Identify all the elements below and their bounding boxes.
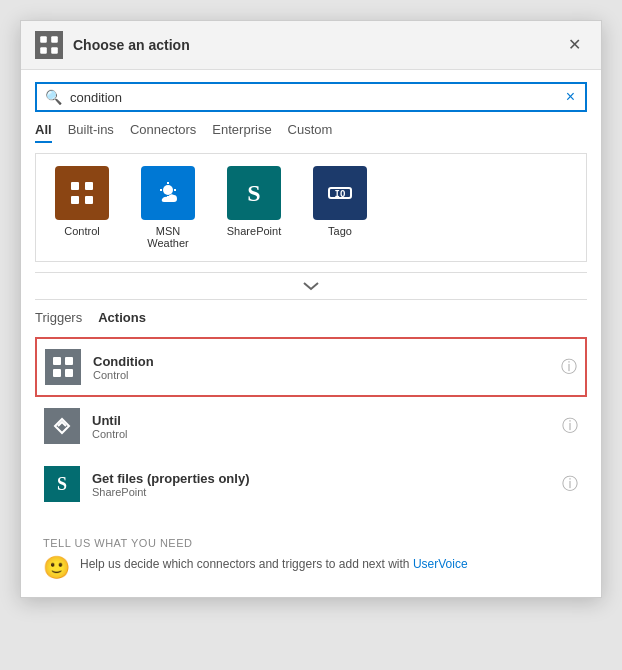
condition-action-name: Condition [93, 354, 549, 369]
svg-rect-1 [51, 36, 58, 43]
connectors-section: Control MSN Weather [35, 153, 587, 262]
choose-action-dialog: Choose an action ✕ 🔍 × All Built-ins Con… [20, 20, 602, 598]
condition-action-source: Control [93, 369, 549, 381]
actions-section: Triggers Actions Con [35, 310, 587, 513]
sharepoint-label: SharePoint [227, 225, 281, 237]
dialog-title: Choose an action [73, 37, 190, 53]
workflow-icon [35, 31, 63, 59]
uservoice-link[interactable]: UserVoice [413, 557, 468, 571]
svg-point-8 [163, 185, 173, 195]
smiley-icon: 🙂 [43, 557, 70, 579]
svg-rect-0 [40, 36, 47, 43]
dialog-header-left: Choose an action [35, 31, 190, 59]
filter-tabs: All Built-ins Connectors Enterprise Cust… [35, 122, 587, 143]
tell-us-section: TELL US WHAT YOU NEED 🙂 Help us decide w… [35, 523, 587, 585]
dialog-body: 🔍 × All Built-ins Connectors Enterprise … [21, 70, 601, 597]
tab-builtins[interactable]: Built-ins [68, 122, 114, 143]
action-item-get-files[interactable]: S Get files (properties only) SharePoint… [35, 455, 587, 513]
svg-rect-3 [51, 47, 58, 54]
get-files-action-name: Get files (properties only) [92, 471, 550, 486]
svg-rect-4 [71, 182, 79, 190]
tab-custom[interactable]: Custom [288, 122, 333, 143]
until-action-icon [44, 408, 80, 444]
tell-us-text: Help us decide which connectors and trig… [80, 557, 468, 571]
action-item-until[interactable]: Until Control ⓘ [35, 397, 587, 455]
svg-rect-15 [53, 357, 61, 365]
condition-action-icon [45, 349, 81, 385]
tell-us-title: TELL US WHAT YOU NEED [43, 537, 579, 549]
connector-control[interactable]: Control [48, 166, 116, 249]
control-icon [55, 166, 109, 220]
tab-connectors[interactable]: Connectors [130, 122, 196, 143]
connector-sharepoint[interactable]: S SharePoint [220, 166, 288, 249]
connector-tago[interactable]: IO Tago [306, 166, 374, 249]
action-item-condition[interactable]: Condition Control ⓘ [35, 337, 587, 397]
svg-rect-2 [40, 47, 47, 54]
get-files-action-text: Get files (properties only) SharePoint [92, 471, 550, 498]
svg-rect-16 [65, 357, 73, 365]
tab-all[interactable]: All [35, 122, 52, 143]
connector-msn-weather[interactable]: MSN Weather [134, 166, 202, 249]
msn-weather-icon [141, 166, 195, 220]
expand-row [35, 272, 587, 300]
tab-enterprise[interactable]: Enterprise [212, 122, 271, 143]
svg-rect-7 [85, 196, 93, 204]
close-button[interactable]: ✕ [562, 35, 587, 55]
svg-rect-5 [85, 182, 93, 190]
tago-icon: IO [313, 166, 367, 220]
condition-action-text: Condition Control [93, 354, 549, 381]
action-list: Condition Control ⓘ Until [35, 337, 587, 513]
until-action-text: Until Control [92, 413, 550, 440]
sharepoint-icon: S [227, 166, 281, 220]
svg-rect-6 [71, 196, 79, 204]
dialog-header: Choose an action ✕ [21, 21, 601, 70]
get-files-action-icon: S [44, 466, 80, 502]
tab-triggers[interactable]: Triggers [35, 310, 82, 329]
until-info-icon[interactable]: ⓘ [562, 416, 578, 437]
get-files-info-icon[interactable]: ⓘ [562, 474, 578, 495]
connectors-grid: Control MSN Weather [48, 166, 574, 249]
get-files-action-source: SharePoint [92, 486, 550, 498]
search-clear-button[interactable]: × [564, 89, 577, 105]
expand-button[interactable] [302, 277, 320, 295]
search-input[interactable] [70, 90, 556, 105]
search-icon: 🔍 [45, 89, 62, 105]
search-bar: 🔍 × [35, 82, 587, 112]
tell-us-body: 🙂 Help us decide which connectors and tr… [43, 557, 579, 579]
msn-weather-label: MSN Weather [134, 225, 202, 249]
until-action-source: Control [92, 428, 550, 440]
control-label: Control [64, 225, 99, 237]
svg-text:IO: IO [335, 189, 346, 199]
tago-label: Tago [328, 225, 352, 237]
until-action-name: Until [92, 413, 550, 428]
tab-actions[interactable]: Actions [98, 310, 146, 329]
action-tabs: Triggers Actions [35, 310, 587, 329]
condition-info-icon[interactable]: ⓘ [561, 357, 577, 378]
svg-rect-17 [53, 369, 61, 377]
svg-rect-18 [65, 369, 73, 377]
